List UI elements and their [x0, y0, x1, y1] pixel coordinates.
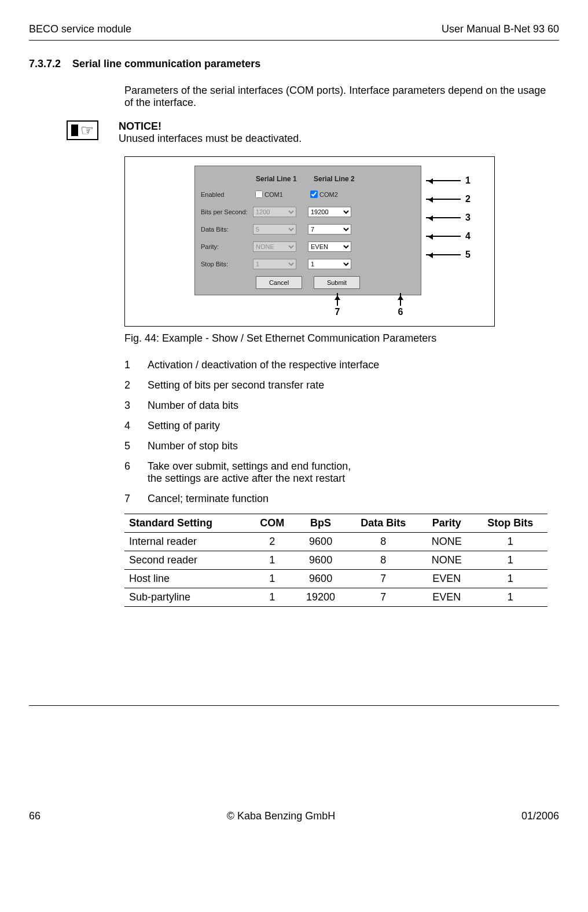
- header-left: BECO service module: [29, 23, 131, 35]
- legend-4: Setting of parity: [148, 420, 220, 432]
- legend-2: Setting of bits per second transfer rate: [148, 379, 324, 391]
- pointing-hand-icon: ☞: [67, 120, 98, 140]
- com1-checkbox[interactable]: [255, 191, 263, 198]
- callout-2: 2: [465, 194, 471, 204]
- intro-paragraph: Parameters of the serial interfaces (COM…: [124, 85, 547, 109]
- parity1-select[interactable]: NONE: [253, 241, 296, 252]
- bps1-select[interactable]: 1200: [253, 207, 296, 217]
- legend-5: Number of stop bits: [148, 440, 238, 452]
- th-parity: Parity: [420, 514, 473, 533]
- th-setting: Standard Setting: [124, 514, 249, 533]
- callout-4: 4: [465, 231, 471, 241]
- callout-7: 7: [335, 307, 340, 317]
- databits2-select[interactable]: 7: [308, 224, 351, 235]
- legend-7: Cancel; terminate function: [148, 493, 269, 505]
- table-row: Internal reader 2 9600 8 NONE 1: [124, 533, 547, 551]
- row-label-bps: Bits per Second:: [201, 208, 253, 215]
- row-label-parity: Parity:: [201, 243, 253, 250]
- standard-settings-table: Standard Setting COM BpS Data Bits Parit…: [124, 514, 547, 607]
- notice-heading: NOTICE!: [119, 120, 302, 133]
- section-title: Serial line communication parameters: [72, 58, 260, 70]
- callout-3: 3: [465, 213, 471, 223]
- col-header-2: Serial Line 2: [311, 175, 369, 183]
- figure-caption: Fig. 44: Example - Show / Set Ethernet C…: [124, 332, 547, 345]
- legend-6: Take over submit, settings and end funct…: [148, 460, 351, 485]
- callout-6: 6: [398, 307, 403, 317]
- table-row: Sub-partyline 1 19200 7 EVEN 1: [124, 588, 547, 607]
- callout-5: 5: [465, 250, 471, 260]
- row-label-databits: Data Bits:: [201, 226, 253, 233]
- row-label-enabled: Enabled: [201, 191, 253, 198]
- table-row: Host line 1 9600 7 EVEN 1: [124, 570, 547, 588]
- th-bps: BpS: [295, 514, 347, 533]
- legend-1: Activation / deactivation of the respect…: [148, 359, 379, 371]
- com1-label: COM1: [264, 191, 283, 198]
- legend-3: Number of data bits: [148, 400, 238, 412]
- footer-page: 66: [29, 810, 41, 822]
- table-row: Second reader 1 9600 8 NONE 1: [124, 551, 547, 570]
- serial-config-panel: Serial Line 1 Serial Line 2 Enabled COM1…: [194, 166, 421, 295]
- bps2-select[interactable]: 19200: [308, 207, 351, 217]
- notice-body: Unused interfaces must be deactivated.: [119, 133, 302, 144]
- submit-button[interactable]: Submit: [314, 276, 360, 289]
- col-header-1: Serial Line 1: [253, 175, 311, 183]
- header-right: User Manual B-Net 93 60: [442, 23, 559, 35]
- footer-date: 01/2006: [521, 810, 559, 822]
- th-stopbits: Stop Bits: [473, 514, 547, 533]
- com2-label: COM2: [319, 191, 338, 198]
- figure-container: Serial Line 1 Serial Line 2 Enabled COM1…: [124, 156, 495, 327]
- databits1-select[interactable]: 5: [253, 224, 296, 235]
- com2-checkbox[interactable]: [310, 191, 318, 198]
- callout-1: 1: [465, 175, 471, 186]
- th-databits: Data Bits: [347, 514, 420, 533]
- section-number: 7.3.7.2: [29, 58, 61, 70]
- cancel-button[interactable]: Cancel: [256, 276, 302, 289]
- stopbits2-select[interactable]: 1: [308, 259, 351, 269]
- parity2-select[interactable]: EVEN: [308, 241, 351, 252]
- footer-center: © Kaba Benzing GmbH: [227, 810, 335, 822]
- row-label-stopbits: Stop Bits:: [201, 261, 253, 268]
- th-com: COM: [249, 514, 295, 533]
- stopbits1-select[interactable]: 1: [253, 259, 296, 269]
